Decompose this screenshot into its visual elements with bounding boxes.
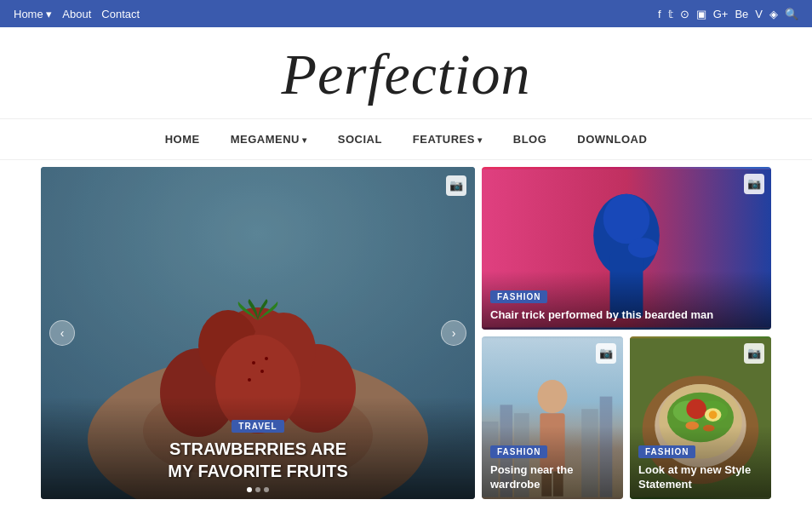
- card-bottom-left-title: Posing near the wardrobe: [490, 463, 615, 492]
- slider-caption: TRAVEL STRAWBERRIES AREMY FAVORITE FRUIT…: [41, 417, 475, 482]
- bottom-cards: 📷 FASHION Posing near the wardrobe: [482, 336, 771, 499]
- rss-icon[interactable]: ◈: [769, 8, 778, 20]
- slider-next-button[interactable]: ›: [441, 320, 466, 346]
- right-grid: 📷 FASHION Chair trick performed by this …: [482, 167, 771, 499]
- site-title: Perfection: [0, 43, 812, 106]
- slider-title: STRAWBERRIES AREMY FAVORITE FRUITS: [41, 438, 475, 482]
- google-plus-icon[interactable]: G+: [713, 8, 729, 20]
- instagram-icon[interactable]: ▣: [696, 8, 706, 20]
- nav-contact[interactable]: Contact: [101, 8, 140, 20]
- slide-dot-2[interactable]: [255, 487, 260, 492]
- card-bottom-right-caption: FASHION Look at my new Style Statement: [630, 426, 771, 499]
- nav-home[interactable]: Home ▾: [14, 8, 52, 20]
- mainnav-features[interactable]: FEATURES: [397, 128, 498, 151]
- svg-point-28: [537, 380, 567, 413]
- twitter-icon[interactable]: 𝕥: [668, 8, 673, 20]
- card-top-tag[interactable]: FASHION: [490, 290, 547, 303]
- card-top-title: Chair trick performed by this bearded ma…: [490, 308, 763, 323]
- search-icon[interactable]: 🔍: [785, 8, 798, 20]
- mainnav-home[interactable]: HOME: [150, 128, 215, 151]
- card-bottom-left-caption: FASHION Posing near the wardrobe: [482, 426, 623, 499]
- main-navbar: HOME MEGAMENU SOCIAL FEATURES BLOG DOWNL…: [0, 119, 812, 160]
- camera-symbol: 📷: [449, 179, 463, 192]
- mainnav-social[interactable]: SOCIAL: [323, 128, 397, 151]
- content-grid: 📷 ‹ › TRAVEL STRAWBERRIES AREMY FAVORITE…: [0, 160, 812, 506]
- slider-dots: [247, 487, 269, 492]
- card-bottom-right-camera-icon[interactable]: 📷: [744, 343, 764, 364]
- slider-controls: ‹ ›: [41, 320, 475, 346]
- vimeo-icon[interactable]: V: [755, 8, 763, 20]
- site-header: Perfection: [0, 27, 812, 119]
- svg-point-19: [603, 194, 649, 244]
- slider-camera-icon[interactable]: 📷: [446, 175, 466, 196]
- main-slider: 📷 ‹ › TRAVEL STRAWBERRIES AREMY FAVORITE…: [41, 167, 475, 499]
- top-nav-right: f 𝕥 ⊙ ▣ G+ Be V ◈ 🔍: [658, 8, 798, 20]
- card-bearded-man[interactable]: 📷 FASHION Chair trick performed by this …: [482, 167, 771, 330]
- card-bottom-left-camera-icon[interactable]: 📷: [596, 343, 616, 364]
- card-top-caption: FASHION Chair trick performed by this be…: [482, 271, 771, 330]
- facebook-icon[interactable]: f: [658, 8, 661, 20]
- card-bottom-right-title: Look at my new Style Statement: [638, 463, 763, 492]
- mainnav-download[interactable]: DOWNLOAD: [562, 128, 662, 151]
- card-wardrobe[interactable]: 📷 FASHION Posing near the wardrobe: [482, 336, 623, 499]
- svg-point-41: [709, 411, 718, 419]
- slider-tag[interactable]: TRAVEL: [232, 420, 283, 433]
- card-bottom-right-tag[interactable]: FASHION: [638, 445, 695, 458]
- card-top-camera-icon[interactable]: 📷: [744, 174, 764, 194]
- circle-icon[interactable]: ⊙: [680, 8, 689, 20]
- slide-dot-3[interactable]: [264, 487, 269, 492]
- card-style[interactable]: 📷 FASHION Look at my new Style Statement: [630, 336, 771, 499]
- svg-point-39: [686, 399, 706, 418]
- card-bottom-left-tag[interactable]: FASHION: [490, 445, 547, 458]
- slide-dot-1[interactable]: [247, 487, 252, 492]
- top-nav-left: Home ▾ About Contact: [14, 8, 140, 20]
- behance-icon[interactable]: Be: [735, 8, 748, 20]
- mainnav-blog[interactable]: BLOG: [498, 128, 563, 151]
- top-navbar: Home ▾ About Contact f 𝕥 ⊙ ▣ G+ Be V ◈ 🔍: [0, 0, 812, 27]
- svg-point-21: [628, 238, 658, 257]
- nav-about[interactable]: About: [62, 8, 91, 20]
- mainnav-megamenu[interactable]: MEGAMENU: [215, 128, 323, 151]
- slider-prev-button[interactable]: ‹: [49, 320, 75, 346]
